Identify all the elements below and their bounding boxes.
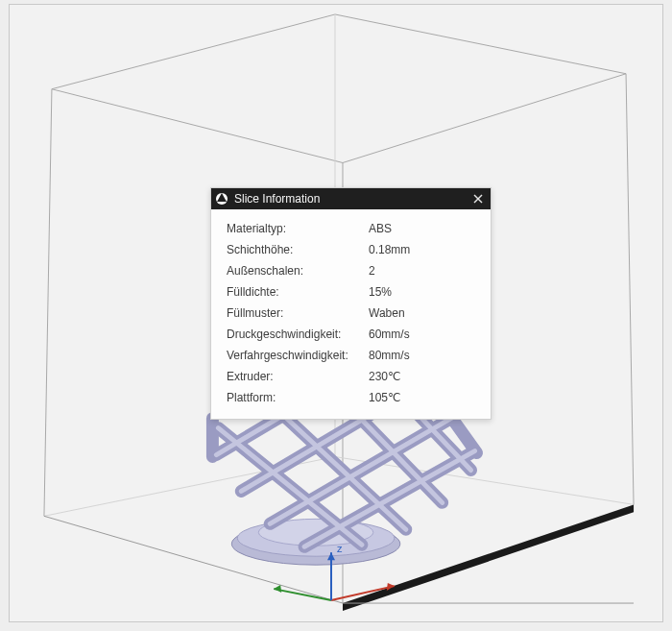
info-value: 0.18mm: [369, 244, 475, 255]
svg-line-1: [626, 74, 634, 505]
info-label: Materialtyp:: [227, 223, 369, 234]
info-value: ABS: [369, 223, 475, 234]
info-value: 80mm/s: [369, 350, 475, 361]
info-value: 105℃: [369, 392, 475, 403]
viewport-3d[interactable]: z Slice Information Materialtyp:ABS S: [9, 4, 663, 622]
info-label: Druckgeschwindigkeit:: [227, 328, 369, 340]
info-value: 2: [369, 265, 475, 277]
panel-title-text: Slice Information: [234, 188, 471, 209]
info-label: Außenschalen:: [227, 265, 369, 277]
info-label: Verfahrgeschwindigkeit:: [227, 350, 369, 361]
slice-info-panel[interactable]: Slice Information Materialtyp:ABS Schich…: [210, 187, 492, 420]
info-row: Verfahrgeschwindigkeit:80mm/s: [227, 350, 475, 361]
axis-z-label: z: [337, 543, 343, 554]
info-row: Materialtyp:ABS: [227, 223, 475, 234]
info-label: Plattform:: [227, 392, 369, 403]
info-label: Füllmuster:: [227, 307, 369, 319]
info-row: Plattform:105℃: [227, 392, 475, 403]
info-value: 15%: [369, 286, 475, 298]
floor-shadow: [343, 504, 634, 611]
info-row: Schichthöhe:0.18mm: [227, 244, 475, 255]
panel-body: Materialtyp:ABS Schichthöhe:0.18mm Außen…: [211, 209, 491, 419]
panel-titlebar[interactable]: Slice Information: [211, 188, 491, 209]
info-label: Extruder:: [227, 371, 369, 382]
close-icon[interactable]: [471, 192, 485, 206]
svg-line-0: [44, 89, 52, 517]
svg-line-31: [274, 589, 331, 600]
info-label: Fülldichte:: [227, 286, 369, 298]
info-label: Schichthöhe:: [227, 244, 369, 255]
info-value: Waben: [369, 307, 475, 319]
svg-marker-32: [274, 585, 281, 593]
info-value: 60mm/s: [369, 328, 475, 340]
app-icon: [215, 192, 228, 206]
info-row: Extruder:230℃: [227, 371, 475, 382]
info-row: Druckgeschwindigkeit:60mm/s: [227, 328, 475, 340]
info-row: Außenschalen:2: [227, 265, 475, 277]
info-row: Fülldichte:15%: [227, 286, 475, 298]
info-row: Füllmuster:Waben: [227, 307, 475, 319]
info-value: 230℃: [369, 371, 475, 382]
